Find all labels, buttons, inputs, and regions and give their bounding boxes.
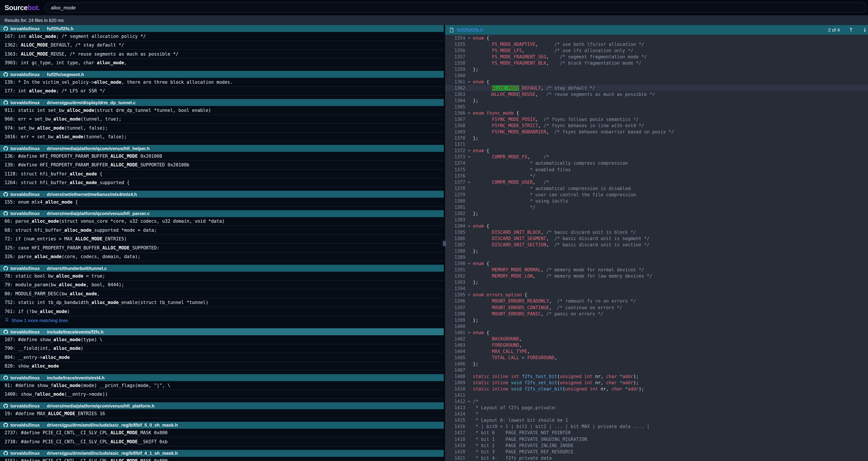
search-result-line[interactable]: 3903: int gc_type, int type, char alloc_… [0, 59, 444, 67]
file-group-header[interactable]: torvalds/linux·drivers/media/platform/qc… [0, 402, 444, 409]
fold-chevron-icon[interactable] [465, 401, 473, 402]
file-group-header[interactable]: torvalds/linux·include/trace/events/ext4… [0, 374, 444, 381]
line-number: 1417 [445, 430, 465, 435]
line-number: 1385 [445, 230, 465, 235]
line-number: 1362 [445, 85, 465, 91]
file-group-header[interactable]: torvalds/linux·drivers/gpu/drm/amd/inclu… [0, 450, 444, 457]
search-result-line[interactable]: 19: #define MAX_ALLOC_MODE_ENTRIES 16 [0, 409, 444, 418]
search-result-line[interactable]: 78: static bool bw_alloc_mode = true; [0, 272, 444, 281]
search-result-line[interactable]: 177: int alloc_mode; /* LFS or SSR */ [0, 87, 444, 95]
result-text: 1362: [4, 42, 21, 48]
search-result-line[interactable]: 1016: err = set_bw_alloc_mode(tunnel, fa… [0, 133, 444, 141]
fold-chevron-icon[interactable] [465, 156, 473, 158]
file-group: torvalds/linux·drivers/gpu/drm/amd/inclu… [0, 422, 444, 446]
result-text: (mode) __print_flags(mode, "|", \ [81, 383, 170, 388]
file-group-header[interactable]: torvalds/linux·fs/f2fs/f2fs.h [0, 25, 444, 32]
fold-chevron-icon[interactable] [465, 150, 473, 152]
search-result-line[interactable]: 326: parse_alloc_mode(core, codecs, doma… [0, 252, 444, 261]
search-result-line[interactable]: 66: parse_alloc_mode(struct venus_core *… [0, 217, 444, 226]
fold-chevron-icon[interactable] [465, 81, 473, 83]
search-result-line[interactable]: 1400: show_falloc_mode(__entry->mode)) [0, 390, 444, 399]
search-result-line[interactable]: 139: #define HFI_PROPERTY_PARAM_BUFFER_A… [0, 161, 444, 170]
file-group: torvalds/linux·drivers/net/ethernet/mell… [0, 191, 444, 206]
search-result-line[interactable]: 79: module_param(bw_alloc_mode, bool, 04… [0, 281, 444, 289]
code-text: FOREGROUND, [473, 343, 868, 348]
search-result-line[interactable]: 1363: ALLOC_MODE_REUSE, /* reuse segment… [0, 50, 444, 59]
result-text: 752: static int tb_dp_bandwidth_ [4, 300, 92, 305]
search-result-line[interactable]: 91: #define show_falloc_mode(mode) __pri… [0, 381, 444, 390]
code-text: MOUNT_ERRORS_PANIC, /* panic on errors *… [473, 311, 868, 316]
code-line: 1402 BACKGROUND, [445, 336, 868, 342]
file-group-header[interactable]: torvalds/linux·drivers/thunderbolt/tunne… [0, 265, 444, 272]
search-result-line[interactable]: 1264: struct hfi_buffer_alloc_mode_suppo… [0, 178, 444, 187]
file-group-header[interactable]: torvalds/linux·fs/f2fs/segment.h [0, 71, 444, 78]
line-number: 1401 [445, 330, 465, 335]
repo-name: torvalds/linux [10, 211, 40, 216]
search-result-line[interactable]: 325: case HFI_PROPERTY_PARAM_BUFFER_ALLO… [0, 243, 444, 252]
search-result-line[interactable]: 139: * In the victim_sel_policy->alloc_m… [0, 78, 444, 87]
result-text: ; /* LFS or SSR */ [56, 88, 105, 94]
path-separator: · [42, 72, 44, 77]
code-line: 1420 * bit 3 PAGE_PRIVATE_REF_RESOURCE [445, 449, 868, 455]
search-result-line[interactable]: 72: if (num_entries > MAX_ALLOC_MODE_ENT… [0, 235, 444, 243]
file-group-header[interactable]: torvalds/linux·include/trace/events/f2fs… [0, 328, 444, 335]
search-result-line[interactable]: 3151: #define PCIE_CI_CNTL__CI_SLV_CPL_A… [0, 457, 444, 461]
fold-chevron-icon[interactable] [465, 37, 473, 39]
search-result-line[interactable]: 1128: struct hfi_buffer_alloc_mode { [0, 170, 444, 178]
search-result-line[interactable]: 2737: #define PCIE_CI_CNTL__CI_SLV_CPL_A… [0, 429, 444, 437]
file-group-header[interactable]: torvalds/linux·drivers/gpu/drm/amd/inclu… [0, 422, 444, 429]
search-result-line[interactable]: 107: #define show_alloc_mode(type) \ [0, 335, 444, 344]
code-line: 1371 [445, 141, 868, 148]
search-result-line[interactable]: 974: set_bw_alloc_mode(tunnel, false); [0, 124, 444, 133]
search-result-line[interactable]: 167: int alloc_mode; /* segment allocati… [0, 32, 444, 41]
search-result-line[interactable]: 911: static int set_bw_alloc_mode(struct… [0, 106, 444, 115]
search-result-line[interactable]: 820: show_alloc_mode [0, 362, 444, 371]
file-group-header[interactable]: torvalds/linux·drivers/media/platform/qc… [0, 210, 444, 217]
code-line: 1374 * automatically compress compressio… [445, 160, 868, 166]
line-number: 1386 [445, 236, 465, 241]
code-text: COMPR_MODE_FS, /* [473, 154, 868, 160]
match-text: alloc_mode [32, 364, 59, 369]
search-result-line[interactable]: 155: enum mlx4_alloc_mode { [0, 198, 444, 206]
code-text: MAX_CALL_TYPE, [473, 349, 868, 354]
code-text: */ [473, 173, 868, 178]
next-match-button[interactable]: ↓ [860, 27, 868, 32]
fold-chevron-icon[interactable] [465, 332, 473, 333]
line-number: 1361 [445, 79, 465, 84]
search-result-line[interactable]: 804: __entry->alloc_mode [0, 353, 444, 362]
search-results-panel: torvalds/linux·fs/f2fs/f2fs.h167: int al… [0, 25, 444, 461]
search-result-line[interactable]: 960: err = set_bw_alloc_mode(tunnel, tru… [0, 115, 444, 124]
fold-chevron-icon[interactable] [465, 225, 473, 227]
search-result-line[interactable]: 790: __field(int, alloc_mode) [0, 344, 444, 353]
search-result-line[interactable]: 80: MODULE_PARM_DESC(bw_alloc_mode, [0, 289, 444, 298]
search-result-line[interactable]: 2738: #define PCIE_CI_CNTL__CI_SLV_CPL_A… [0, 437, 444, 446]
drag-handle-icon[interactable] [442, 240, 446, 246]
file-group-header[interactable]: torvalds/linux·drivers/media/platform/qc… [0, 145, 444, 152]
fold-chevron-icon[interactable] [465, 263, 473, 264]
prev-match-button[interactable]: ↑ [846, 27, 856, 32]
code-text: * bit 0 PAGE_PRIVATE_NOT_POINTER [473, 430, 868, 435]
match-text: ALLOC_MODE [111, 439, 138, 444]
search-result-line[interactable]: 761: if (!bw_alloc_mode) [0, 307, 444, 316]
code-line: 1403 FOREGROUND, [445, 342, 868, 348]
code-line: 1357 FS_MODE_FRAGMENT_SEG, /* segment fr… [445, 54, 868, 60]
search-input[interactable] [45, 2, 867, 13]
file-group-header[interactable]: torvalds/linux·drivers/gpu/drm/display/d… [0, 99, 444, 106]
code-line: 1391 MEMORY_MODE_NORMAL, /* memory mode … [445, 267, 868, 273]
search-result-line[interactable]: 136: #define HFI_PROPERTY_PARAM_BUFFER_A… [0, 152, 444, 161]
search-result-line[interactable]: 752: static int tb_dp_bandwidth_alloc_mo… [0, 298, 444, 307]
code-text: */ [473, 205, 868, 210]
fold-chevron-icon[interactable] [465, 294, 473, 296]
file-path: drivers/thunderbolt/tunnel.c [47, 266, 107, 271]
fold-chevron-icon[interactable] [465, 112, 473, 114]
fold-chevron-icon[interactable] [465, 181, 473, 183]
line-number: 1408 [445, 374, 465, 379]
search-result-line[interactable]: 68: struct hfi_buffer_alloc_mode_support… [0, 226, 444, 235]
panel-divider[interactable] [444, 25, 445, 461]
show-more-link[interactable]: Show 1 more matching lines [0, 316, 444, 325]
github-icon [3, 423, 8, 427]
code-text: }; [473, 211, 868, 216]
file-group-header[interactable]: torvalds/linux·drivers/net/ethernet/mell… [0, 191, 444, 198]
github-icon [3, 329, 8, 334]
search-result-line[interactable]: 1362: ALLOC_MODE_DEFAULT, /* stay defaul… [0, 41, 444, 50]
